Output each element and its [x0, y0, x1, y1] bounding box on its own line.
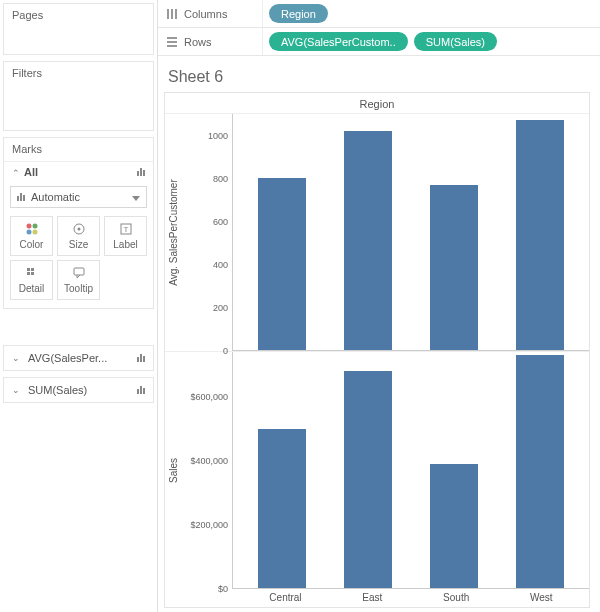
detail-icon: [25, 266, 39, 280]
rows-icon: [166, 36, 178, 48]
svg-rect-11: [31, 272, 34, 275]
chart-viewport[interactable]: Region Avg. SalesPerCustomer020040060080…: [164, 92, 590, 608]
svg-rect-9: [31, 268, 34, 271]
bars-icon: [137, 168, 145, 176]
marks-title: Marks: [4, 138, 153, 161]
y-tick: $0: [218, 584, 228, 594]
chart-panel-0: Avg. SalesPerCustomer02004006008001000: [165, 114, 589, 352]
detail-button[interactable]: Detail: [10, 260, 53, 300]
pill-avg-salespercustomer[interactable]: AVG(SalesPerCustom..: [269, 32, 408, 51]
rows-shelf[interactable]: Rows AVG(SalesPerCustom.. SUM(Sales): [158, 28, 600, 56]
bar-central[interactable]: [258, 429, 306, 588]
columns-label: Columns: [184, 8, 227, 20]
chevron-down-icon: [132, 191, 140, 203]
x-tick-south: South: [443, 592, 469, 603]
svg-point-2: [26, 230, 31, 235]
bar-central[interactable]: [258, 178, 306, 350]
y-axis-label: Avg. SalesPerCustomer: [168, 179, 179, 286]
x-tick-west: West: [530, 592, 553, 603]
filters-shelf[interactable]: Filters: [3, 61, 154, 131]
chevron-down-icon: ⌄: [12, 353, 20, 363]
svg-rect-16: [167, 37, 177, 39]
size-button[interactable]: Size: [57, 216, 100, 256]
chart-panel-1: Sales$0$200,000$400,000$600,000: [165, 352, 589, 589]
bar-east[interactable]: [344, 371, 392, 588]
marks-measure-sum[interactable]: ⌄SUM(Sales): [3, 377, 154, 403]
marks-card: Marks ⌃All Automatic Color Size T: [3, 137, 154, 309]
svg-rect-15: [175, 9, 177, 19]
pages-shelf[interactable]: Pages: [3, 3, 154, 55]
label-button[interactable]: T Label: [104, 216, 147, 256]
filters-title: Filters: [4, 62, 153, 82]
column-header-region: Region: [165, 95, 589, 114]
x-tick-east: East: [362, 592, 382, 603]
chevron-up-icon: ⌃: [12, 168, 20, 178]
y-tick: 1000: [208, 131, 228, 141]
x-tick-central: Central: [269, 592, 301, 603]
chevron-down-icon: ⌄: [12, 385, 20, 395]
columns-shelf[interactable]: Columns Region: [158, 0, 600, 28]
pill-region[interactable]: Region: [269, 4, 328, 23]
pill-sum-sales[interactable]: SUM(Sales): [414, 32, 497, 51]
y-tick: 800: [213, 174, 228, 184]
svg-point-1: [32, 224, 37, 229]
svg-rect-12: [74, 268, 84, 275]
svg-rect-14: [171, 9, 173, 19]
bar-south[interactable]: [430, 464, 478, 588]
y-tick: $200,000: [190, 520, 228, 530]
color-icon: [25, 222, 39, 236]
bars-icon: [137, 354, 145, 362]
bar-west[interactable]: [516, 355, 564, 588]
tooltip-button[interactable]: Tooltip: [57, 260, 100, 300]
svg-point-5: [77, 228, 80, 231]
sheet-title[interactable]: Sheet 6: [164, 64, 590, 92]
svg-rect-13: [167, 9, 169, 19]
tooltip-icon: [72, 266, 86, 280]
label-icon: T: [119, 222, 133, 236]
y-tick: 400: [213, 260, 228, 270]
y-tick: 600: [213, 217, 228, 227]
y-tick: 200: [213, 303, 228, 313]
bar-south[interactable]: [430, 185, 478, 350]
bar-west[interactable]: [516, 120, 564, 350]
mark-type-label: Automatic: [31, 191, 80, 203]
marks-all-label: All: [24, 166, 38, 178]
y-tick: $400,000: [190, 456, 228, 466]
marks-measure-avg[interactable]: ⌄AVG(SalesPer...: [3, 345, 154, 371]
marks-all-toggle[interactable]: ⌃All: [4, 161, 153, 182]
rows-label: Rows: [184, 36, 212, 48]
svg-point-0: [26, 224, 31, 229]
svg-rect-10: [27, 272, 30, 275]
size-icon: [72, 222, 86, 236]
svg-rect-8: [27, 268, 30, 271]
color-button[interactable]: Color: [10, 216, 53, 256]
y-tick: $600,000: [190, 392, 228, 402]
svg-point-3: [32, 230, 37, 235]
svg-rect-17: [167, 41, 177, 43]
bar-east[interactable]: [344, 131, 392, 350]
bars-icon: [137, 386, 145, 394]
columns-icon: [166, 8, 178, 20]
y-axis-label: Sales: [168, 458, 179, 483]
svg-rect-18: [167, 45, 177, 47]
mark-type-select[interactable]: Automatic: [10, 186, 147, 208]
pages-title: Pages: [4, 4, 153, 24]
bars-icon: [17, 193, 25, 201]
svg-text:T: T: [123, 225, 128, 234]
